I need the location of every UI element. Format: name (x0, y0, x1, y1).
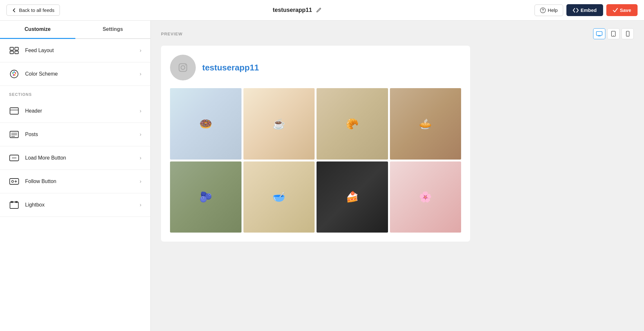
chevron-right-icon: › (140, 132, 141, 137)
feed-image-4[interactable]: 🥧 (390, 88, 461, 160)
chevron-right-icon: › (140, 108, 141, 114)
svg-rect-14 (10, 131, 18, 138)
svg-point-11 (13, 74, 14, 76)
load-more-icon (9, 153, 19, 163)
svg-rect-5 (15, 51, 18, 54)
chevron-right-icon: › (140, 155, 141, 161)
tablet-icon (611, 31, 616, 37)
svg-rect-24 (10, 202, 18, 208)
tab-customize[interactable]: Customize (0, 21, 75, 39)
sidebar-item-load-more[interactable]: Load More Button › (0, 146, 150, 170)
svg-rect-4 (10, 51, 14, 54)
svg-point-31 (613, 35, 614, 36)
feed-layout-label: Feed Layout (25, 48, 54, 53)
device-buttons (593, 28, 634, 39)
svg-point-36 (185, 65, 186, 66)
layout-icon (9, 45, 19, 56)
svg-rect-12 (10, 108, 18, 114)
sidebar-item-feed-layout[interactable]: Feed Layout › (0, 39, 150, 62)
feed-header: testuserapp11 (170, 55, 461, 80)
sidebar-item-follow-button[interactable]: Follow Button › (0, 170, 150, 193)
svg-rect-27 (596, 32, 602, 35)
help-button[interactable]: Help (535, 5, 563, 16)
help-label: Help (548, 7, 558, 13)
chevron-right-icon: › (140, 71, 141, 77)
main-layout: Customize Settings Feed Layout › (0, 21, 644, 331)
mobile-view-button[interactable] (621, 28, 634, 39)
lightbox-label: Lightbox (25, 202, 45, 208)
help-icon (540, 7, 546, 13)
preview-label: PREVIEW (161, 32, 183, 36)
topbar: Back to all feeds testuserapp11 Help Emb… (0, 0, 644, 21)
feed-grid: 🍩 ☕ 🥐 🥧 🫐 🥣 🍰 (170, 88, 461, 233)
sidebar-item-header[interactable]: Header › (0, 99, 150, 123)
chevron-right-icon: › (140, 48, 141, 53)
feed-preview: testuserapp11 🍩 ☕ 🥐 🥧 🫐 (161, 46, 470, 242)
sidebar-item-color-scheme[interactable]: Color Scheme › (0, 62, 150, 86)
svg-point-7 (12, 72, 14, 74)
svg-rect-3 (15, 47, 18, 50)
topbar-center: testuserapp11 (273, 7, 322, 14)
posts-label: Posts (25, 132, 38, 137)
back-to-feeds-button[interactable]: Back to all feeds (6, 5, 60, 16)
svg-point-35 (181, 66, 185, 69)
tab-settings[interactable]: Settings (75, 21, 151, 39)
back-button-label: Back to all feeds (19, 7, 54, 13)
palette-icon (9, 69, 19, 79)
mobile-icon (626, 31, 630, 37)
svg-point-21 (12, 180, 14, 182)
follow-button-label: Follow Button (25, 179, 56, 184)
feed-image-2[interactable]: ☕ (243, 88, 315, 160)
svg-point-6 (10, 70, 18, 78)
code-icon (573, 8, 579, 13)
svg-point-9 (15, 72, 16, 74)
color-scheme-label: Color Scheme (25, 71, 58, 77)
tablet-view-button[interactable] (607, 28, 620, 39)
svg-point-33 (627, 35, 628, 36)
embed-label: Embed (581, 7, 597, 13)
load-more-label: Load More Button (25, 155, 66, 161)
embed-button[interactable]: Embed (566, 4, 603, 16)
svg-rect-20 (10, 179, 19, 184)
edit-icon[interactable] (315, 7, 322, 14)
posts-icon (9, 129, 19, 140)
feed-image-5[interactable]: 🫐 (170, 161, 242, 233)
chevron-right-icon: › (140, 202, 141, 208)
preview-panel: PREVIEW (151, 21, 644, 331)
avatar (170, 55, 196, 80)
sidebar-tabs: Customize Settings (0, 21, 150, 39)
preview-topbar: PREVIEW (161, 28, 634, 39)
feed-title: testuserapp11 (273, 7, 312, 14)
check-icon (613, 8, 618, 13)
follow-icon (9, 176, 19, 187)
sidebar-item-lightbox[interactable]: Lightbox › (0, 193, 150, 217)
save-button[interactable]: Save (606, 4, 638, 16)
header-icon (9, 106, 19, 116)
chevron-right-icon: › (140, 179, 141, 184)
topbar-right: Help Embed Save (535, 4, 638, 16)
header-label: Header (25, 108, 42, 114)
sections-header: SECTIONS (0, 86, 150, 99)
feed-image-1[interactable]: 🍩 (170, 88, 242, 160)
feed-image-7[interactable]: 🍰 (317, 161, 388, 233)
instagram-icon (176, 61, 189, 74)
chevron-left-icon (12, 8, 16, 13)
lightbox-icon (9, 200, 19, 210)
feed-image-6[interactable]: 🥣 (243, 161, 315, 233)
feed-username: testuserapp11 (202, 63, 259, 73)
desktop-icon (596, 31, 602, 36)
feed-image-8[interactable]: 🌸 (390, 161, 461, 233)
sidebar: Customize Settings Feed Layout › (0, 21, 151, 331)
desktop-view-button[interactable] (593, 28, 605, 39)
feed-image-3[interactable]: 🥐 (317, 88, 388, 160)
svg-rect-2 (10, 47, 14, 50)
topbar-left: Back to all feeds (6, 5, 60, 16)
sidebar-item-posts[interactable]: Posts › (0, 123, 150, 146)
save-label: Save (620, 7, 631, 13)
svg-point-1 (543, 11, 543, 12)
svg-point-8 (14, 71, 15, 73)
svg-point-10 (14, 74, 15, 76)
